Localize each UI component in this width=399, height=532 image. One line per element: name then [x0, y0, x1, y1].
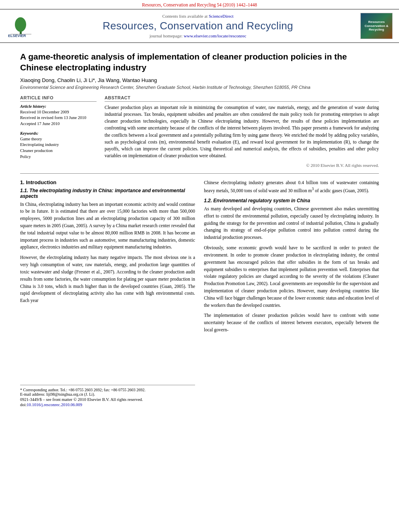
keywords-section: Keywords: Game theory Electroplating ind…: [20, 131, 97, 160]
keyword3: Cleaner production: [20, 148, 97, 154]
top-citation-bar: Resources, Conservation and Recycling 54…: [0, 0, 399, 9]
svg-point-2: [15, 17, 26, 32]
subsection1-2-title: Environmental regulatory system in China: [213, 198, 310, 203]
corresponding-author: * Corresponding author. Tel.: +86 0755 2…: [20, 388, 195, 392]
accepted: Accepted 17 June 2010: [20, 121, 97, 127]
article-info-header: Article Info: [20, 95, 97, 102]
history-label: Article history:: [20, 104, 97, 109]
copyright-line: © 2010 Elsevier B.V. All rights reserved…: [105, 163, 379, 168]
abstract-text: Cleaner production plays an important ro…: [105, 104, 379, 160]
journal-homepage-line: journal homepage: www.elsevier.com/locat…: [40, 33, 356, 38]
keyword4: Policy: [20, 154, 97, 160]
subsection1-1-title: The electroplating industry in China: im…: [20, 188, 185, 199]
journal-logo: Resources Conservation & Recycling: [360, 13, 393, 39]
body-para-right3: The implementation of cleaner production…: [204, 312, 379, 333]
abstract-column: Abstract Cleaner production plays an imp…: [105, 95, 379, 168]
subsection1-2-num: 1.2.: [204, 198, 212, 203]
received1: Received 10 December 2009: [20, 109, 97, 115]
abstract-header: Abstract: [105, 95, 379, 102]
right-col-intro-para: Chinese electroplating industry generate…: [204, 179, 379, 195]
sciencedirect-link[interactable]: ScienceDirect: [209, 14, 234, 18]
footnote-section: * Corresponding author. Tel.: +86 0755 2…: [20, 385, 195, 396]
doi-line: doi:10.1016/j.resconrec.2010.06.009: [20, 403, 195, 407]
journal-title: Resources, Conservation and Recycling: [40, 20, 356, 32]
paper-container: A game-theoretic analysis of implementat…: [0, 43, 399, 415]
paper-title: A game-theoretic analysis of implementat…: [20, 51, 379, 73]
keywords-label: Keywords:: [20, 131, 97, 136]
section1-title: Introduction: [26, 179, 56, 185]
body-para-right2: Obviously, some economic growth would ha…: [204, 244, 379, 309]
authors: Xiaoqing Dong, Chaolin Li, Ji Li*, Jia W…: [20, 77, 379, 83]
body-left-column: 1. Introduction 1.1. The electroplating …: [20, 179, 195, 407]
svg-text:ELSEVIER: ELSEVIER: [8, 34, 26, 37]
section-divider: [20, 173, 379, 174]
top-citation-text: Resources, Conservation and Recycling 54…: [142, 2, 257, 7]
body-right-column: Chinese electroplating industry generate…: [204, 179, 379, 407]
keyword1: Game theory: [20, 136, 97, 142]
article-info-column: Article Info Article history: Received 1…: [20, 95, 97, 168]
body-para1: In China, electroplating industry has be…: [20, 201, 195, 251]
journal-header: ELSEVIER Contents lists available at Sci…: [0, 9, 399, 43]
revised: Received in revised form 13 June 2010: [20, 115, 97, 121]
email-line: E-mail address: liji98@tsinghua.org.cn (…: [20, 392, 195, 396]
article-history-section: Article history: Received 10 December 20…: [20, 104, 97, 127]
elsevier-logo: ELSEVIER: [6, 13, 35, 39]
journal-center: Contents lists available at ScienceDirec…: [40, 14, 356, 38]
issn-line: 0921-3449/$ – see front matter © 2010 El…: [20, 397, 195, 402]
email-address: liji98@tsinghua.org.cn (J. Li).: [46, 392, 95, 396]
authors-text: Xiaoqing Dong, Chaolin Li, Ji Li*, Jia W…: [20, 77, 157, 83]
section1-num: 1.: [20, 179, 25, 185]
subsection1-1-header: 1.1. The electroplating industry in Chin…: [20, 188, 195, 199]
body-para-right1: As many developed and developing countri…: [204, 205, 379, 241]
subsection1-1-num: 1.1.: [20, 188, 28, 193]
subsection1-2-header: 1.2. Environmental regulatory system in …: [204, 198, 379, 203]
article-info-abstract-row: Article Info Article history: Received 1…: [20, 95, 379, 168]
keyword2: Electroplating industry: [20, 142, 97, 148]
journal-homepage-link[interactable]: www.elsevier.com/locate/resconrec: [184, 33, 247, 38]
body-para2: However, the electroplating industry has…: [20, 254, 195, 304]
doi-link[interactable]: 10.1016/j.resconrec.2010.06.009: [27, 403, 82, 407]
section1-header: 1. Introduction: [20, 179, 195, 185]
sciencedirect-line: Contents lists available at ScienceDirec…: [40, 14, 356, 18]
body-columns: 1. Introduction 1.1. The electroplating …: [20, 179, 379, 407]
affiliation: Environmental Science and Engineering Re…: [20, 85, 379, 90]
